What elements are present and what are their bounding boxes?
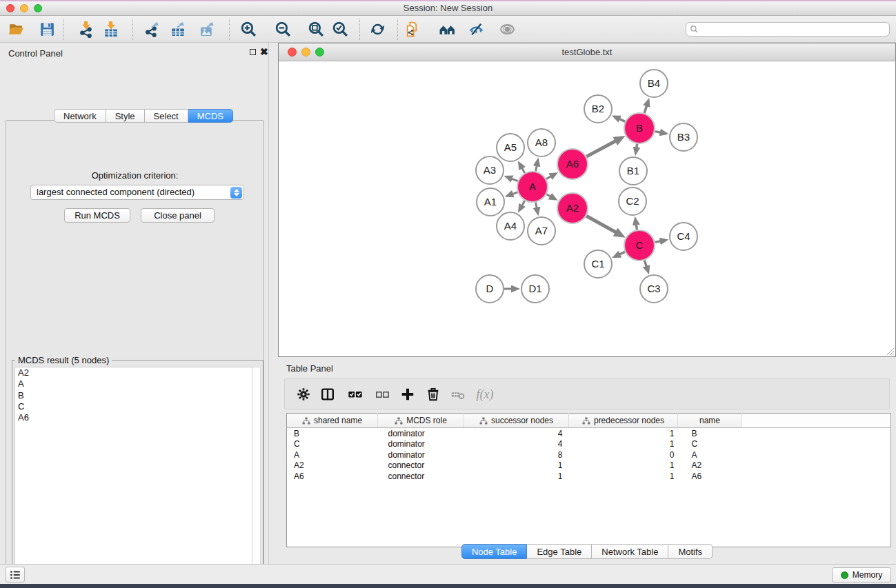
column-header-name[interactable]: name bbox=[678, 414, 742, 428]
network-close-light[interactable] bbox=[288, 48, 297, 57]
search-field[interactable] bbox=[686, 22, 890, 37]
graph-edge-B-B2[interactable] bbox=[619, 119, 625, 121]
graph-edge-A-A4[interactable] bbox=[521, 201, 525, 206]
graph-edge-A-A1[interactable] bbox=[512, 192, 517, 194]
add-row-button[interactable] bbox=[400, 387, 415, 402]
graph-edge-C-C4[interactable] bbox=[655, 241, 661, 243]
graph-node-D[interactable]: D bbox=[476, 275, 504, 303]
zoom-out-button[interactable] bbox=[272, 19, 293, 39]
refresh-layout-button[interactable] bbox=[367, 19, 388, 39]
graph-node-A8[interactable]: A8 bbox=[528, 129, 555, 156]
graph-edge-A6-B[interactable] bbox=[586, 141, 616, 156]
graph-edge-B-B1[interactable] bbox=[637, 144, 637, 149]
export-image-button[interactable] bbox=[197, 19, 217, 39]
graph-edge-A-A3[interactable] bbox=[511, 179, 518, 181]
resize-grip-icon[interactable] bbox=[885, 346, 895, 356]
column-header-predecessor-nodes[interactable]: predecessor nodes bbox=[569, 414, 678, 428]
graph-node-A1[interactable]: A1 bbox=[477, 188, 504, 216]
graph-edge-A-A6[interactable] bbox=[546, 176, 552, 179]
graph-node-A7[interactable]: A7 bbox=[528, 217, 555, 245]
zoom-in-button[interactable] bbox=[238, 19, 259, 39]
memory-button[interactable]: Memory bbox=[832, 567, 891, 582]
show-eye-button[interactable] bbox=[497, 19, 517, 39]
table-row[interactable]: A2connector11A2 bbox=[287, 460, 891, 472]
mcds-result-item[interactable]: B bbox=[15, 390, 252, 401]
close-traffic-light[interactable] bbox=[6, 4, 14, 12]
import-table-button[interactable] bbox=[100, 19, 121, 39]
table-row[interactable]: Cdominator41C bbox=[287, 438, 891, 449]
graph-edge-B-B4[interactable] bbox=[644, 105, 647, 113]
network-zoom-light[interactable] bbox=[315, 48, 324, 57]
zoom-fit-button[interactable] bbox=[306, 19, 326, 39]
table-row[interactable]: A6connector11A6 bbox=[287, 471, 891, 482]
select-all-checks-button[interactable] bbox=[348, 387, 363, 402]
delete-column-button[interactable] bbox=[450, 387, 466, 402]
graph-node-A6[interactable]: A6 bbox=[557, 149, 588, 179]
graph-node-C1[interactable]: C1 bbox=[584, 250, 612, 278]
tab-motifs[interactable]: Motifs bbox=[668, 544, 713, 559]
deselect-all-checks-button[interactable] bbox=[375, 387, 390, 402]
import-network-button[interactable] bbox=[75, 19, 96, 39]
table-settings-gear-button[interactable] bbox=[296, 387, 311, 402]
delete-rows-button[interactable] bbox=[426, 387, 441, 402]
graph-edge-C-C3[interactable] bbox=[644, 261, 646, 267]
column-header-shared-name[interactable]: shared name bbox=[287, 414, 378, 428]
graph-node-A5[interactable]: A5 bbox=[497, 134, 524, 161]
home-view-button[interactable] bbox=[437, 19, 457, 39]
graph-node-A3[interactable]: A3 bbox=[476, 156, 504, 184]
graph-node-C[interactable]: C bbox=[624, 230, 655, 261]
task-history-button[interactable] bbox=[6, 567, 25, 582]
graph-node-C3[interactable]: C3 bbox=[640, 275, 668, 303]
export-table-button[interactable] bbox=[167, 19, 188, 39]
search-input[interactable] bbox=[699, 23, 889, 35]
mcds-result-item[interactable]: A6 bbox=[15, 412, 252, 423]
table-row[interactable]: Bdominator41B bbox=[287, 428, 891, 439]
mcds-result-list[interactable]: A2ABCA6 bbox=[14, 367, 252, 588]
tab-node-table[interactable]: Node Table bbox=[461, 544, 528, 559]
zoom-selected-button[interactable] bbox=[330, 19, 350, 39]
graph-edge-C-C2[interactable] bbox=[636, 224, 637, 230]
graph-node-B4[interactable]: B4 bbox=[640, 70, 668, 97]
mcds-result-item[interactable]: C bbox=[15, 401, 252, 412]
zoom-traffic-light[interactable] bbox=[34, 4, 42, 12]
graph-node-D1[interactable]: D1 bbox=[521, 275, 549, 303]
graph-node-C4[interactable]: C4 bbox=[670, 223, 697, 250]
graph-node-B2[interactable]: B2 bbox=[584, 95, 612, 123]
close-panel-icon[interactable]: ✖ bbox=[260, 45, 268, 58]
minimize-traffic-light[interactable] bbox=[20, 4, 28, 12]
duplicate-network-button[interactable] bbox=[401, 19, 422, 39]
mcds-result-item[interactable]: A2 bbox=[15, 367, 252, 378]
graph-edge-A-A7[interactable] bbox=[536, 203, 537, 209]
criterion-select[interactable]: largest connected component (directed) bbox=[30, 185, 244, 200]
graph-node-A[interactable]: A bbox=[517, 172, 548, 202]
table-row[interactable]: Adominator80A bbox=[287, 449, 891, 460]
save-session-button[interactable] bbox=[37, 19, 57, 39]
graph-edge-B-B3[interactable] bbox=[655, 132, 661, 133]
graph-node-B3[interactable]: B3 bbox=[670, 123, 697, 151]
tab-style[interactable]: Style bbox=[106, 109, 145, 123]
hide-panels-button[interactable] bbox=[466, 19, 486, 39]
tab-network[interactable]: Network bbox=[54, 109, 106, 123]
tab-mcds[interactable]: MCDS bbox=[188, 109, 233, 123]
network-minimize-light[interactable] bbox=[301, 48, 310, 57]
graph-node-B[interactable]: B bbox=[624, 113, 655, 143]
float-panel-icon[interactable] bbox=[250, 49, 256, 55]
open-file-button[interactable] bbox=[6, 19, 26, 39]
column-header-MCDS-role[interactable]: MCDS role bbox=[378, 414, 464, 428]
graph-node-A4[interactable]: A4 bbox=[497, 212, 524, 240]
mcds-result-item[interactable]: A bbox=[15, 378, 252, 389]
graph-edge-A2-C[interactable] bbox=[586, 216, 617, 232]
mcds-result-scrollbar[interactable] bbox=[252, 367, 261, 588]
graph-edge-A-A5[interactable] bbox=[521, 168, 525, 173]
network-window-titlebar[interactable]: testGlobe.txt bbox=[279, 43, 895, 61]
graph-node-C2[interactable]: C2 bbox=[619, 187, 646, 215]
show-columns-button[interactable] bbox=[320, 387, 335, 402]
tab-edge-table[interactable]: Edge Table bbox=[527, 544, 592, 559]
graph-edge-A-A2[interactable] bbox=[546, 194, 551, 197]
graph-node-A2[interactable]: A2 bbox=[557, 193, 588, 223]
graph-node-B1[interactable]: B1 bbox=[619, 157, 647, 185]
graph-edge-A-A8[interactable] bbox=[536, 165, 537, 171]
close-panel-button[interactable]: Close panel bbox=[141, 208, 215, 223]
network-canvas[interactable]: B4B2BB3B1A5A8A6A3AA1A4A7A2C2C4CC1C3DD1 bbox=[279, 61, 895, 356]
tab-network-table[interactable]: Network Table bbox=[592, 544, 668, 559]
